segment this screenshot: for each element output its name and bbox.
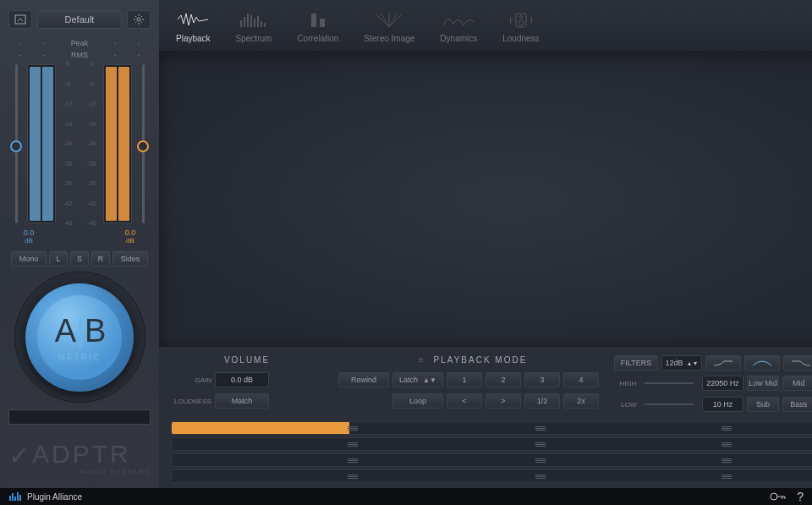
cue-3-button[interactable]: 3	[524, 372, 560, 387]
rewind-button[interactable]: Rewind	[338, 372, 389, 387]
gain-label: GAIN	[171, 376, 211, 384]
tab-correlation[interactable]: Correlation	[297, 8, 338, 43]
preset-button[interactable]: Default	[37, 10, 122, 29]
meter-scale-a: 0-6-12-18-24-30-36-42-48	[59, 64, 76, 223]
loudness-label: LOUDNESS	[171, 398, 211, 405]
svg-rect-4	[247, 14, 249, 27]
svg-point-1	[137, 18, 140, 21]
svg-rect-8	[261, 21, 262, 27]
svg-rect-15	[9, 496, 11, 501]
svg-rect-2	[240, 20, 242, 27]
tracks	[171, 421, 812, 483]
meter-scale-b: 0-6-12-18-24-30-36-42-48	[83, 64, 100, 223]
slider-b[interactable]	[135, 64, 151, 223]
svg-rect-9	[264, 23, 266, 27]
prev-button[interactable]: <	[447, 393, 482, 409]
lowshelf-shape-button[interactable]	[705, 355, 741, 371]
tab-dynamics[interactable]: Dynamics	[440, 8, 477, 43]
latch-button[interactable]: Latch▲▼	[392, 372, 443, 387]
svg-rect-6	[254, 19, 255, 27]
svg-point-14	[519, 15, 522, 18]
tab-spectrum[interactable]: Spectrum	[236, 8, 272, 43]
volume-title: VOLUME	[171, 355, 323, 365]
track-row[interactable]	[171, 437, 812, 451]
svg-rect-19	[19, 495, 21, 501]
loop-button[interactable]: Loop	[392, 393, 443, 409]
cue-2-button[interactable]: 2	[486, 372, 521, 387]
left-button[interactable]: L	[49, 251, 68, 266]
bass-button[interactable]: Bass	[782, 397, 812, 412]
svg-rect-5	[250, 15, 252, 27]
svg-rect-10	[311, 14, 316, 27]
main-display[interactable]	[159, 51, 812, 346]
svg-rect-18	[17, 492, 19, 501]
sidebar: Default - - Peak - - - - RMS - -	[0, 0, 159, 488]
high-freq[interactable]: 22050 Hz	[702, 376, 743, 391]
playback-title: ≡PLAYBACK MODE	[338, 355, 599, 365]
svg-rect-11	[320, 19, 325, 27]
peak-readout-row: - - Peak - -	[8, 37, 151, 49]
track-row[interactable]	[171, 469, 812, 483]
half-speed-button[interactable]: 1/2	[524, 393, 560, 409]
low-label: LOW	[614, 401, 636, 409]
svg-point-20	[771, 493, 777, 500]
right-button[interactable]: R	[91, 251, 110, 266]
track-row[interactable]	[171, 453, 812, 467]
key-icon[interactable]	[770, 491, 787, 502]
svg-rect-0	[15, 15, 25, 24]
svg-rect-17	[14, 497, 16, 501]
monitor-row: Mono L S R Sides	[8, 251, 151, 266]
footer: Plugin Alliance ?	[0, 488, 812, 505]
svg-rect-7	[257, 16, 259, 27]
cue-4-button[interactable]: 4	[563, 372, 599, 387]
slider-a[interactable]	[8, 64, 24, 223]
meter-a-value: 0.0dB	[8, 228, 49, 244]
bell-shape-button[interactable]	[744, 355, 780, 371]
sub-button[interactable]: Sub	[747, 397, 779, 412]
gear-icon[interactable]	[127, 10, 151, 29]
ab-dial[interactable]: A|B METRIC	[14, 272, 145, 403]
side-button[interactable]: S	[70, 251, 89, 266]
filters-button[interactable]: FILTERS	[614, 355, 658, 371]
svg-rect-3	[244, 17, 245, 27]
tab-row: PlaybackSpectrumCorrelationStereo ImageD…	[159, 0, 812, 51]
metric-label: METRIC	[58, 353, 101, 362]
tab-playback[interactable]: Playback	[176, 8, 211, 43]
high-label: HIGH	[614, 380, 636, 387]
tab-stereo-image[interactable]: Stereo Image	[364, 8, 414, 43]
match-button[interactable]: Match	[215, 393, 269, 409]
low-freq[interactable]: 10 Hz	[702, 397, 743, 412]
help-icon[interactable]: ?	[797, 490, 804, 503]
svg-rect-16	[12, 493, 14, 501]
filter-slope[interactable]: 12dB▲▼	[661, 355, 702, 371]
meter-a	[27, 64, 56, 223]
bottom-panel: VOLUME GAIN 0.0 dB LOUDNESS Match ≡PLAYB…	[159, 346, 812, 488]
gain-value[interactable]: 0.0 dB	[215, 372, 269, 387]
cue-1-button[interactable]: 1	[447, 372, 482, 387]
sides-button[interactable]: Sides	[112, 251, 148, 266]
track-row[interactable]	[171, 421, 812, 435]
mid-button[interactable]: Mid	[782, 376, 812, 391]
meter-section: 0-6-12-18-24-30-36-42-48 0-6-12-18-24-30…	[8, 64, 151, 223]
mono-button[interactable]: Mono	[11, 251, 47, 266]
plugin-alliance-icon	[8, 491, 22, 502]
double-speed-button[interactable]: 2x	[563, 393, 599, 409]
meter-b	[103, 64, 132, 223]
footer-brand: Plugin Alliance	[27, 492, 82, 502]
svg-point-13	[518, 20, 524, 25]
meter-b-value: 0.0dB	[110, 228, 151, 244]
waveform-slot[interactable]	[8, 409, 151, 425]
app-icon-button[interactable]	[8, 10, 32, 29]
adptr-logo: ✓ADPTR AUDIO SYSTEMS	[8, 432, 151, 481]
next-button[interactable]: >	[486, 393, 521, 409]
rms-readout-row: - - RMS - -	[8, 49, 151, 61]
highshelf-shape-button[interactable]	[783, 355, 812, 371]
tab-loudness[interactable]: Loudness	[502, 8, 539, 43]
lowmid-button[interactable]: Low Mid	[747, 376, 779, 391]
